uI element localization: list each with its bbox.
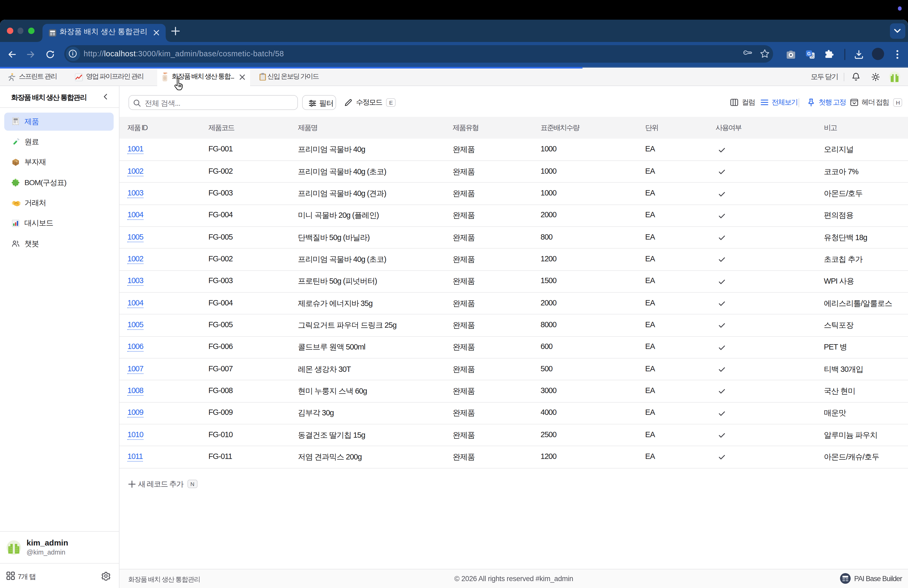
svg-text:文: 文 — [811, 54, 814, 58]
svg-text:G: G — [807, 51, 810, 56]
